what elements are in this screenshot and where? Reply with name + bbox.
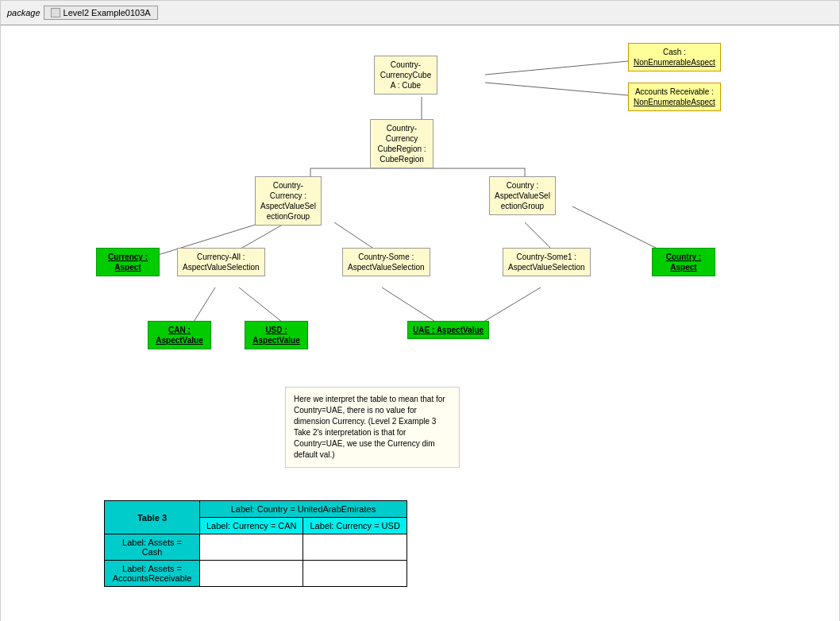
row-ar-label: Label: Assets =AccountsReceivable <box>105 561 200 587</box>
row-cash-usd <box>303 534 407 561</box>
diagram-area: Country-CurrencyCubeA : Cube Cash :NonEn… <box>1 25 839 621</box>
package-header: package Level2 Example0103A <box>1 1 839 25</box>
node-uae: UAE : AspectValue <box>407 321 489 339</box>
row-cash-label: Label: Assets = Cash <box>105 534 200 561</box>
node-cube: Country-CurrencyCubeA : Cube <box>374 56 437 94</box>
svg-line-5 <box>485 61 628 75</box>
country-group-box: Country :AspectValueSelectionGroup <box>489 176 556 215</box>
row-cash-can <box>200 534 303 561</box>
node-accounts-receivable: Accounts Receivable :NonEnumerableAspect <box>628 83 721 111</box>
tab-label: Level2 Example0103A <box>64 8 151 17</box>
usd-box: USD :AspectValue <box>245 321 308 349</box>
node-country-currency: Country-Currency :AspectValueSelectionGr… <box>255 176 322 226</box>
cube-region-box: Country-CurrencyCubeRegion :CubeRegion <box>370 119 433 168</box>
node-currency-all: Currency-All :AspectValueSelection <box>177 248 265 276</box>
country-some1-label: Country-Some1 :AspectValueSelection <box>508 253 585 272</box>
node-country-some: Country-Some :AspectValueSelection <box>342 248 430 276</box>
row-ar-can <box>200 561 303 587</box>
accounts-receivable-box: Accounts Receivable :NonEnumerableAspect <box>628 83 721 111</box>
country-aspect-label: Country :Aspect <box>666 253 701 272</box>
node-country-some1: Country-Some1 :AspectValueSelection <box>503 248 591 276</box>
row-ar-usd <box>303 561 407 587</box>
currency-aspect-box: Currency :Aspect <box>96 248 160 276</box>
node-cash: Cash :NonEnumerableAspect <box>628 43 721 71</box>
svg-line-13 <box>239 287 287 326</box>
can-label: CAN :AspectValue <box>156 326 202 345</box>
country-aspect-box: Country :Aspect <box>652 248 715 276</box>
sub-header-can: Label: Currency = CAN <box>200 518 303 534</box>
country-some1-box: Country-Some1 :AspectValueSelection <box>503 248 591 276</box>
currency-all-label: Currency-All :AspectValueSelection <box>183 253 260 272</box>
node-country-aspect: Country :Aspect <box>652 248 715 276</box>
can-box: CAN :AspectValue <box>148 321 211 349</box>
node-country-group: Country :AspectValueSelectionGroup <box>489 176 556 215</box>
svg-line-14 <box>382 287 441 326</box>
sub-header-usd: Label: Currency = USD <box>303 518 407 534</box>
node-usd: USD :AspectValue <box>245 321 308 349</box>
cube-region-label: Country-CurrencyCubeRegion :CubeRegion <box>377 124 426 164</box>
currency-all-box: Currency-All :AspectValueSelection <box>177 248 265 276</box>
tab-button[interactable]: Level2 Example0103A <box>44 6 158 20</box>
cash-label: Cash :NonEnumerableAspect <box>634 48 715 67</box>
currency-aspect-label: Currency :Aspect <box>108 253 148 272</box>
node-can: CAN :AspectValue <box>148 321 211 349</box>
note-box: Here we interpret the table to mean that… <box>285 387 460 468</box>
node-cube-region: Country-CurrencyCubeRegion :CubeRegion <box>370 119 433 168</box>
data-table: Table 3 Label: Country = UnitedArabEmira… <box>104 500 407 587</box>
diagram-icon <box>51 8 60 17</box>
uae-box: UAE : AspectValue <box>407 321 489 339</box>
country-some-box: Country-Some :AspectValueSelection <box>342 248 430 276</box>
package-label: package <box>7 8 40 17</box>
svg-line-15 <box>477 287 541 326</box>
cube-label: Country-CurrencyCubeA : Cube <box>380 60 431 90</box>
usd-label: USD :AspectValue <box>252 326 299 345</box>
note-text: Here we interpret the table to mean that… <box>294 395 445 459</box>
uae-label: UAE : AspectValue <box>413 326 484 334</box>
svg-line-12 <box>191 287 215 326</box>
accounts-receivable-label: Accounts Receivable :NonEnumerableAspect <box>634 87 715 106</box>
svg-line-6 <box>485 83 628 95</box>
table-header-span: Label: Country = UnitedArabEmirates <box>200 501 407 518</box>
cube-box: Country-CurrencyCubeA : Cube <box>374 56 437 94</box>
main-container: package Level2 Example0103A <box>0 0 840 621</box>
node-currency-aspect: Currency :Aspect <box>96 248 160 276</box>
country-group-label: Country :AspectValueSelectionGroup <box>495 181 550 210</box>
country-currency-box: Country-Currency :AspectValueSelectionGr… <box>255 176 322 226</box>
cash-box: Cash :NonEnumerableAspect <box>628 43 721 71</box>
table-title: Table 3 <box>105 501 200 534</box>
country-currency-label: Country-Currency :AspectValueSelectionGr… <box>260 181 316 221</box>
country-some-label: Country-Some :AspectValueSelection <box>348 253 425 272</box>
